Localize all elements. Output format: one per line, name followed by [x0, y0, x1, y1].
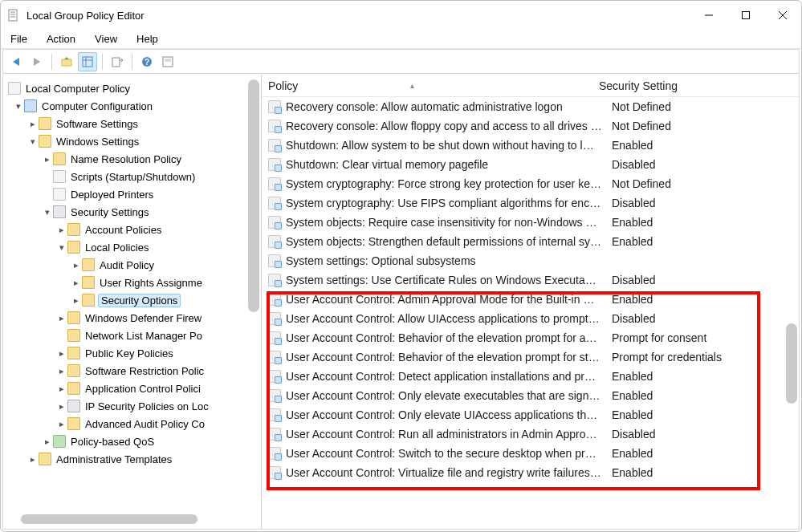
policy-row[interactable]: System cryptography: Use FIPS compliant … [262, 193, 799, 213]
menu-bar: File Action View Help [1, 30, 801, 49]
policy-setting: Not Defined [612, 120, 799, 132]
policy-icon [268, 466, 281, 479]
policy-row[interactable]: User Account Control: Admin Approval Mod… [262, 290, 799, 309]
list-scrollbar[interactable] [786, 323, 797, 404]
tree-user-rights[interactable]: ▸User Rights Assignme [8, 274, 261, 291]
policy-row[interactable]: Recovery console: Allow floppy copy and … [262, 116, 799, 136]
policy-row[interactable]: User Account Control: Detect application… [262, 367, 799, 386]
tree-software-restriction[interactable]: ▸Software Restriction Polic [8, 362, 261, 380]
policy-row[interactable]: User Account Control: Behavior of the el… [262, 328, 799, 347]
tree-ip-security[interactable]: ▸IP Security Policies on Loc [8, 397, 261, 415]
nav-tree[interactable]: Local Computer Policy ▾Computer Configur… [3, 75, 261, 513]
folder-icon [67, 241, 80, 254]
policy-row[interactable]: User Account Control: Behavior of the el… [262, 347, 799, 367]
close-button[interactable] [764, 1, 801, 30]
svg-rect-16 [165, 59, 171, 62]
expand-icon[interactable]: ▸ [56, 348, 67, 359]
sort-asc-icon: ▴ [410, 81, 414, 90]
expand-icon[interactable]: ▸ [56, 419, 67, 429]
expand-icon[interactable]: ▸ [27, 454, 39, 465]
expand-icon[interactable]: ▸ [71, 295, 82, 306]
minimize-button[interactable] [690, 1, 727, 30]
collapse-icon[interactable]: ▾ [42, 207, 53, 217]
tree-deployed-printers[interactable]: Deployed Printers [8, 185, 261, 203]
tree-advanced-audit[interactable]: ▸Advanced Audit Policy Co [8, 415, 261, 433]
policy-row[interactable]: User Account Control: Allow UIAccess app… [262, 309, 799, 328]
tree-network-list[interactable]: Network List Manager Po [8, 327, 261, 344]
expand-icon[interactable]: ▸ [56, 401, 67, 412]
tree-scripts[interactable]: Scripts (Startup/Shutdown) [8, 168, 261, 185]
policy-row[interactable]: System settings: Optional subsystems [262, 251, 799, 270]
policy-name: User Account Control: Switch to the secu… [286, 447, 612, 460]
policy-row[interactable]: System cryptography: Force strong key pr… [262, 174, 799, 193]
expand-icon[interactable]: ▸ [56, 366, 67, 376]
tree-policy-qos[interactable]: ▸Policy-based QoS [8, 433, 261, 450]
collapse-icon[interactable]: ▾ [27, 136, 39, 147]
menu-view[interactable]: View [95, 33, 117, 45]
expand-icon[interactable]: ▸ [71, 260, 82, 270]
tree-public-key[interactable]: ▸Public Key Policies [8, 344, 261, 362]
collapse-icon[interactable]: ▾ [56, 242, 67, 253]
folder-icon [67, 311, 80, 324]
export-button[interactable] [108, 52, 127, 71]
up-button[interactable] [57, 52, 76, 71]
col-policy[interactable]: Policy [268, 79, 298, 92]
tree-app-control[interactable]: ▸Application Control Polici [8, 380, 261, 397]
view-list-button[interactable] [78, 52, 97, 71]
tree-computer-config[interactable]: ▾Computer Configuration [8, 97, 261, 115]
tree-audit-policy[interactable]: ▸Audit Policy [8, 256, 261, 274]
content-frame: ? Local Computer Policy ▾Computer Config… [2, 49, 800, 530]
policy-row[interactable]: System objects: Require case insensitivi… [262, 213, 799, 232]
column-header[interactable]: Policy▴ Security Setting [262, 75, 799, 97]
expand-icon[interactable]: ▸ [42, 154, 53, 164]
policy-name: Recovery console: Allow floppy copy and … [286, 120, 612, 132]
policy-row[interactable]: User Account Control: Switch to the secu… [262, 444, 799, 463]
tree-defender-firewall[interactable]: ▸Windows Defender Firew [8, 309, 261, 327]
tree-software-settings[interactable]: ▸Software Settings [8, 115, 261, 132]
col-setting[interactable]: Security Setting [599, 79, 799, 92]
svg-rect-12 [112, 58, 120, 67]
folder-icon [39, 453, 51, 465]
policy-name: System objects: Require case insensitivi… [286, 216, 612, 229]
expand-icon[interactable]: ▸ [42, 437, 53, 447]
tree-root[interactable]: Local Computer Policy [8, 79, 261, 97]
menu-file[interactable]: File [10, 33, 27, 45]
back-button[interactable] [6, 52, 26, 71]
policy-icon [268, 370, 281, 383]
policy-row[interactable]: System settings: Use Certificate Rules o… [262, 270, 799, 290]
policy-name: Shutdown: Allow system to be shut down w… [286, 139, 612, 152]
expand-icon[interactable]: ▸ [56, 225, 67, 235]
expand-icon[interactable]: ▸ [27, 119, 39, 129]
tree-account-policies[interactable]: ▸Account Policies [8, 221, 261, 238]
expand-icon[interactable]: ▸ [56, 313, 67, 323]
policy-list[interactable]: Recovery console: Allow automatic admini… [262, 97, 799, 529]
policy-row[interactable]: User Account Control: Run all administra… [262, 424, 799, 444]
policy-row[interactable]: User Account Control: Only elevate UIAcc… [262, 405, 799, 424]
policy-row[interactable]: Shutdown: Clear virtual memory pagefileD… [262, 155, 799, 174]
policy-row[interactable]: Recovery console: Allow automatic admini… [262, 97, 799, 116]
tree-hscrollbar[interactable] [6, 513, 258, 526]
expand-icon[interactable]: ▸ [56, 384, 67, 394]
policy-setting: Enabled [612, 447, 799, 460]
tree-name-resolution[interactable]: ▸Name Resolution Policy [8, 150, 261, 168]
tree-windows-settings[interactable]: ▾Windows Settings [8, 132, 261, 150]
tree-admin-templates[interactable]: ▸Administrative Templates [8, 450, 261, 468]
tree-scrollbar[interactable] [248, 79, 259, 312]
expand-icon[interactable]: ▸ [71, 278, 82, 288]
maximize-button[interactable] [727, 1, 764, 30]
help-button[interactable]: ? [137, 52, 157, 71]
policy-setting: Enabled [612, 139, 799, 152]
policy-row[interactable]: Shutdown: Allow system to be shut down w… [262, 136, 799, 155]
policy-row[interactable]: User Account Control: Only elevate execu… [262, 386, 799, 405]
policy-row[interactable]: System objects: Strengthen default permi… [262, 232, 799, 251]
svg-rect-0 [9, 10, 17, 21]
properties-button[interactable] [158, 52, 177, 71]
collapse-icon[interactable]: ▾ [13, 101, 24, 112]
tree-security-settings[interactable]: ▾Security Settings [8, 203, 261, 221]
forward-button[interactable] [27, 52, 47, 71]
tree-security-options[interactable]: ▸Security Options [8, 291, 261, 309]
tree-local-policies[interactable]: ▾Local Policies [8, 238, 261, 256]
menu-action[interactable]: Action [47, 33, 75, 45]
menu-help[interactable]: Help [136, 33, 158, 45]
policy-row[interactable]: User Account Control: Virtualize file an… [262, 463, 799, 482]
